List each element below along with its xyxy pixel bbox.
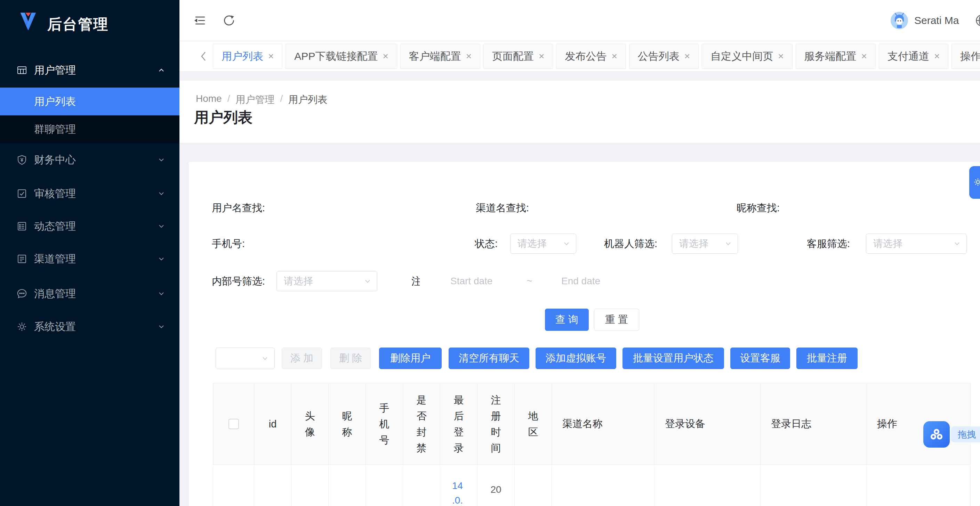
audit-check-icon [17,188,27,199]
username-search-label: 用户名查找: [212,201,265,215]
page-title: 用户列表 [194,108,253,127]
select-all-checkbox[interactable] [229,419,239,429]
header-channel-name: 渠道名称 [552,383,654,464]
settings-drawer-handle[interactable] [969,166,980,199]
sidebar-item-user-management[interactable]: 用户管理 [0,57,180,83]
tab-app-download-config[interactable]: APP下载链接配置× [285,44,397,69]
sidebar-item-message[interactable]: 消息管理 [0,280,180,308]
header-phone: 手机号 [366,383,403,464]
page-header: Home / 用户管理 / 用户列表 用户列表 [180,81,980,143]
breadcrumb-user-management[interactable]: 用户管理 [235,93,274,106]
date-range-separator: ~ [527,274,532,288]
phone-label: 手机号: [212,237,245,251]
close-icon[interactable]: × [611,51,617,62]
channel-search-label: 渠道名查找: [476,201,529,215]
sidebar-item-audit[interactable]: 审核管理 [0,180,180,208]
message-bubble-icon [17,289,27,299]
add-virtual-account-button[interactable]: 添加虚拟账号 [536,347,616,369]
clipped-register-label: 注 [411,274,420,288]
user-management-submenu: 用户列表 群聊管理 [0,87,180,143]
content-card: 用户名查找: 渠道名查找: 昵称查找: 手机号: 状态: 请选择 机器人筛选: … [189,162,980,506]
robot-filter-select[interactable]: 请选择 [672,233,738,254]
close-icon[interactable]: × [861,51,867,62]
tab-user-list[interactable]: 用户列表× [213,44,282,69]
tab-payment-channel[interactable]: 支付通道× [879,44,948,69]
gear-icon [974,178,980,187]
header-avatar: 头像 [291,383,328,464]
kefu-filter-select[interactable]: 请选择 [866,233,967,254]
reset-button[interactable]: 重 置 [594,309,639,331]
close-icon[interactable]: × [778,51,784,62]
sidebar-subitem-group-chat[interactable]: 群聊管理 [0,115,180,143]
menu-fold-icon[interactable] [194,16,205,25]
cloud-drive-drag-icon[interactable] [923,421,950,447]
kefu-filter-label: 客服筛选: [807,237,850,251]
tab-bar: 用户列表× APP下载链接配置× 客户端配置× 页面配置× 发布公告× 公告列表… [180,41,980,71]
sidebar-item-settings[interactable]: 系统设置 [0,313,180,341]
close-icon[interactable]: × [539,51,544,62]
chevron-down-icon [159,257,164,261]
close-icon[interactable]: × [934,51,940,62]
user-avatar [891,12,908,29]
chevron-down-icon [159,292,164,295]
batch-set-status-button[interactable]: 批量设置用户状态 [622,347,724,369]
logo[interactable]: 后台管理 [0,0,180,44]
header-select-all [213,383,254,464]
settings-gear-icon [17,322,27,332]
chevron-up-icon [159,68,164,72]
close-icon[interactable]: × [466,51,472,62]
add-button[interactable]: 添 加 [282,347,322,369]
reload-icon[interactable] [223,14,234,26]
last-login-link[interactable]: 14 .0. [440,465,463,506]
tab-client-config[interactable]: 客户端配置× [400,44,480,69]
tab-page-config[interactable]: 页面配置× [484,44,553,69]
clear-chats-button[interactable]: 清空所有聊天 [449,347,529,369]
header-login-log: 登录日志 [760,383,866,464]
app-title: 后台管理 [47,14,108,34]
tab-operation[interactable]: 操作× [951,44,980,69]
sidebar-subitem-user-list[interactable]: 用户列表 [0,87,180,115]
sidebar-item-feed[interactable]: 动态管理 [0,213,180,240]
register-time-value: 20 [490,465,501,495]
channel-list-icon [17,254,27,264]
remove-button[interactable]: 删 除 [330,347,371,369]
globe-language-icon[interactable] [975,14,980,27]
feed-list-icon [17,221,27,232]
close-icon[interactable]: × [684,51,690,62]
delete-user-button[interactable]: 删除用户 [379,347,442,369]
topbar: Serati Ma [180,0,980,41]
set-kefu-button[interactable]: 设置客服 [730,347,790,369]
chevron-down-icon [262,357,267,360]
tabs-scroll-left-icon[interactable] [200,51,208,62]
date-range-end-input[interactable]: End date [561,274,600,288]
tab-publish-notice[interactable]: 发布公告× [556,44,626,69]
chevron-down-icon [564,242,569,245]
main-area: Serati Ma 用户列表× APP下载链接配置× 客户端配置× [180,0,980,506]
search-button[interactable]: 查 询 [545,309,589,331]
drag-handle[interactable]: 拖拽 [951,427,980,443]
tab-server-config[interactable]: 服务端配置× [796,44,876,69]
chevron-down-icon [159,158,164,162]
header-id: id [254,383,291,464]
header-region: 地区 [514,383,552,464]
user-menu[interactable]: Serati Ma [891,0,959,41]
breadcrumb-current: 用户列表 [288,93,327,106]
tab-notice-list[interactable]: 公告列表× [629,44,698,69]
status-select[interactable]: 请选择 [510,233,576,254]
sidebar-item-channel[interactable]: 渠道管理 [0,245,180,273]
header-last-login: 最后登录 [440,383,477,464]
date-range-start-input[interactable]: Start date [450,274,492,288]
breadcrumb-home[interactable]: Home [196,93,222,106]
internal-filter-select[interactable]: 请选择 [277,271,377,291]
header-banned: 是否封禁 [403,383,440,464]
sidebar: 后台管理 用户管理 用户列表 群聊管理 [0,0,180,506]
sidebar-item-finance[interactable]: 财务中心 [0,146,180,174]
batch-register-button[interactable]: 批量注册 [796,347,858,369]
header-nickname: 昵称 [328,383,366,464]
close-icon[interactable]: × [268,51,274,62]
close-icon[interactable]: × [383,51,388,62]
bulk-select[interactable] [216,347,275,369]
tab-custom-middle-page[interactable]: 自定义中间页× [702,44,792,69]
chevron-down-icon [159,225,164,228]
header-login-device: 登录设备 [654,383,760,464]
